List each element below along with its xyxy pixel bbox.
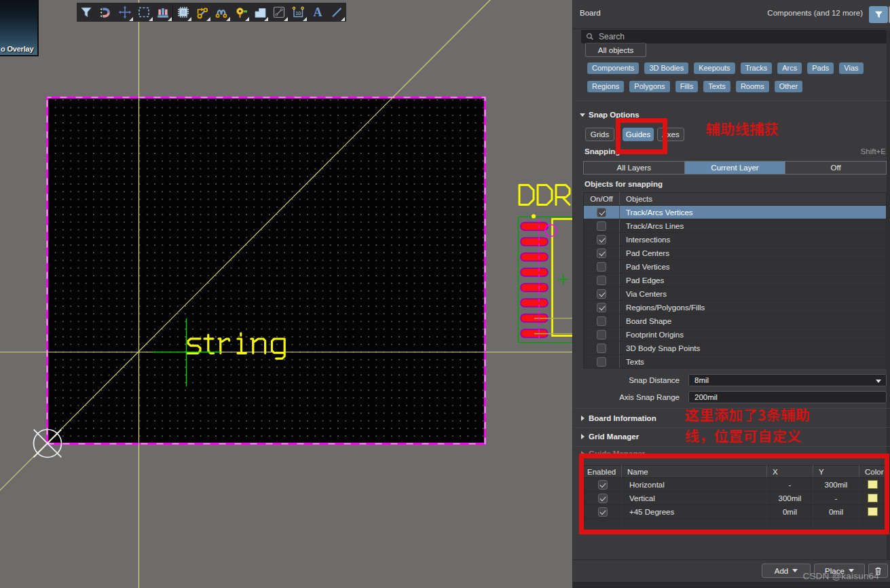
ddr-component[interactable]: [519, 214, 573, 342]
guide-45deg[interactable]: [0, 0, 491, 491]
column-enabled: Enabled: [584, 466, 622, 478]
section-guide-manager[interactable]: Guide Manager: [580, 449, 645, 458]
snap-object-row[interactable]: Regions/Polygons/Fills: [584, 301, 887, 314]
checkbox-checked[interactable]: [597, 249, 606, 258]
toolbar-polygon-icon[interactable]: [251, 3, 270, 22]
checkbox-checked[interactable]: [598, 494, 608, 503]
column-color: Color: [859, 466, 887, 478]
toolbar-magnet-icon[interactable]: [96, 3, 115, 22]
toolbar-measure-icon[interactable]: [270, 3, 289, 22]
snap-object-row[interactable]: Footprint Origins: [584, 328, 887, 342]
snap-object-name: Pad Edges: [620, 274, 887, 287]
filter-chip-other[interactable]: Other: [775, 81, 803, 92]
column-objects: Objects: [620, 193, 887, 206]
toolbar-via-icon[interactable]: [231, 3, 250, 22]
snap-object-name: 3D Body Snap Points: [620, 342, 887, 355]
filter-chip-polygons[interactable]: Polygons: [629, 81, 669, 92]
toolbar-text-icon[interactable]: A: [308, 3, 327, 22]
checkbox-checked[interactable]: [598, 480, 608, 490]
filter-chip-fills[interactable]: Fills: [675, 81, 699, 92]
silkscreen-text-string[interactable]: [187, 333, 285, 359]
snap-object-name: Texts: [620, 355, 887, 369]
snapping-off-button[interactable]: Off: [785, 161, 887, 174]
snap-grids-button[interactable]: Grids: [585, 128, 614, 141]
snap-object-row[interactable]: Pad Vertices: [584, 260, 887, 274]
checkbox-unchecked[interactable]: [597, 316, 606, 326]
toolbar-dimension-icon[interactable]: 10: [289, 3, 308, 22]
panel-filter-button[interactable]: [869, 6, 888, 23]
filter-chip-components[interactable]: Components: [587, 62, 639, 74]
callout-guides-capture: [706, 122, 779, 136]
pcb-canvas[interactable]: 10 A o Overlay: [0, 0, 572, 588]
checkbox-unchecked[interactable]: [597, 221, 606, 231]
column-name: Name: [622, 466, 767, 478]
checkbox-checked[interactable]: [597, 289, 606, 299]
snap-object-row[interactable]: Intersections: [584, 233, 887, 246]
filter-chip-keepouts[interactable]: Keepouts: [694, 62, 735, 74]
filter-chip-regions[interactable]: Regions: [587, 81, 624, 92]
snap-object-name: Via Centers: [620, 287, 887, 301]
checkbox-unchecked[interactable]: [597, 276, 606, 285]
snap-object-row[interactable]: Via Centers: [584, 287, 887, 301]
all-objects-dropdown[interactable]: All objects: [585, 43, 646, 57]
filter-chip-vias[interactable]: Vias: [839, 62, 863, 74]
checkbox-unchecked[interactable]: [597, 344, 606, 353]
silkscreen-text-ddr[interactable]: [519, 185, 570, 205]
guide-color-swatch[interactable]: [868, 507, 878, 516]
snap-distance-dropdown[interactable]: 8mil: [688, 374, 887, 386]
guide-row-horizontal[interactable]: Horizontal-300mil: [584, 478, 887, 492]
snap-object-row[interactable]: Pad Centers: [584, 246, 887, 260]
guide-y-value: 0mil: [813, 505, 859, 519]
filter-chip-3d-bodies[interactable]: 3D Bodies: [644, 62, 688, 74]
snap-object-name: Track/Arcs Vertices: [620, 206, 887, 219]
collapse-triangle-icon: [580, 113, 585, 117]
filter-chip-texts[interactable]: Texts: [703, 81, 730, 92]
guide-name: Vertical: [622, 492, 767, 505]
checkbox-unchecked[interactable]: [597, 330, 606, 339]
toolbar-line-icon[interactable]: [327, 3, 346, 22]
snapping-all-layers-button[interactable]: All Layers: [583, 161, 685, 174]
filter-chip-rooms[interactable]: Rooms: [736, 81, 769, 92]
checkbox-checked[interactable]: [597, 208, 606, 217]
filter-chip-tracks[interactable]: Tracks: [741, 62, 773, 74]
checkbox-unchecked[interactable]: [597, 262, 606, 272]
component-pads[interactable]: [521, 223, 548, 337]
guide-color-swatch[interactable]: [868, 494, 878, 502]
snapping-current-layer-button[interactable]: Current Layer: [685, 161, 786, 174]
guide-row--45-degrees[interactable]: +45 Degrees0mil0mil: [584, 505, 887, 519]
snap-guides[interactable]: [0, 0, 572, 588]
section-grid-manager[interactable]: Grid Manager: [580, 433, 639, 441]
filter-chip-pads[interactable]: Pads: [807, 62, 834, 74]
axis-snap-range-input[interactable]: 200mil: [688, 391, 887, 403]
guide-color-swatch[interactable]: [868, 480, 878, 489]
guide-y-value: 300mil: [813, 478, 859, 492]
toolbar-component-icon[interactable]: [173, 3, 192, 22]
board-panel: Board Components (and 12 more) Search Al…: [572, 0, 890, 588]
checkbox-checked[interactable]: [597, 303, 606, 312]
snap-object-row[interactable]: 3D Body Snap Points: [584, 342, 887, 355]
snap-object-row[interactable]: Pad Edges: [584, 274, 887, 287]
checkbox-checked[interactable]: [597, 235, 606, 244]
snap-object-row[interactable]: Texts: [584, 355, 887, 369]
section-board-information[interactable]: Board Information: [580, 414, 656, 422]
snap-guides-button[interactable]: Guides: [623, 128, 654, 141]
checkbox-unchecked[interactable]: [597, 357, 606, 367]
section-snap-options[interactable]: Snap Options: [580, 111, 639, 119]
filter-chip-arcs[interactable]: Arcs: [777, 62, 802, 74]
toolbar-move-icon[interactable]: [115, 3, 134, 22]
toolbar-tune-meander-icon[interactable]: [212, 3, 231, 22]
toolbar-select-area-icon[interactable]: [134, 3, 153, 22]
search-input[interactable]: Search: [581, 30, 887, 43]
toolbar-route-icon[interactable]: [193, 3, 212, 22]
toolbar-filter-icon[interactable]: [77, 3, 96, 22]
snap-object-row[interactable]: Track/Arcs Vertices: [584, 206, 887, 219]
snap-object-row[interactable]: Track/Arcs Lines: [584, 219, 887, 233]
guide-row-vertical[interactable]: Vertical300mil-: [584, 492, 887, 505]
snap-axes-button[interactable]: Axes: [657, 128, 684, 141]
checkbox-checked[interactable]: [598, 507, 608, 517]
snap-object-row[interactable]: Board Shape: [584, 314, 887, 328]
dropdown-caret-icon: [876, 380, 881, 383]
toolbar-room-icon[interactable]: [153, 3, 172, 22]
search-placeholder: Search: [599, 32, 625, 41]
panel-scrollbar[interactable]: [887, 30, 890, 559]
